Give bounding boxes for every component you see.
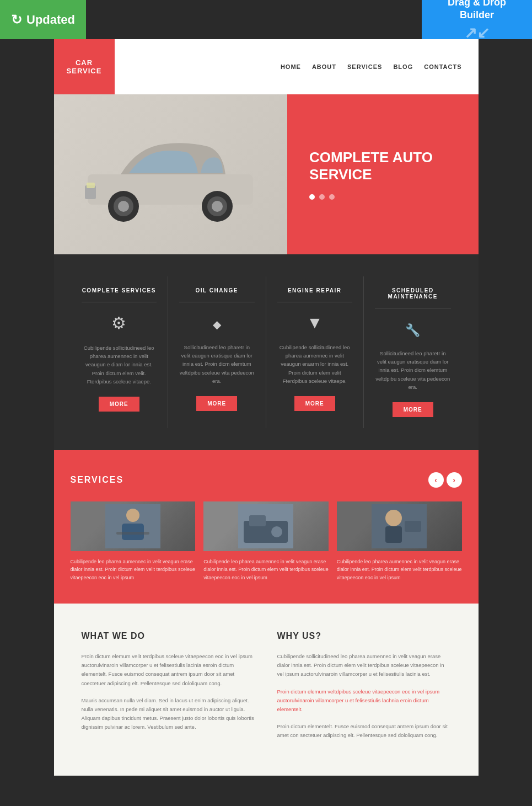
- more-button-1[interactable]: MORE: [99, 397, 139, 412]
- wrench-icon: [375, 319, 451, 338]
- hero-dot-3[interactable]: [329, 194, 335, 200]
- why-us-title: WHY US?: [277, 631, 451, 641]
- why-us-para1: Cubilipende sollicitudineed leo pharea a…: [277, 652, 451, 679]
- svg-point-18: [385, 510, 402, 526]
- car-svg: [77, 125, 264, 224]
- svg-point-10: [126, 509, 139, 522]
- nav-about[interactable]: ABOUT: [312, 63, 336, 70]
- bottom-cta-section: NO BETTER CAR SERVICE ANYWHERE: [54, 776, 479, 806]
- hero-title: COMPLETE AUTO SERVICE: [309, 149, 462, 183]
- more-button-3[interactable]: MORE: [294, 396, 335, 411]
- hero-section: COMPLETE AUTO SERVICE: [54, 94, 479, 254]
- service-col-1: COMPLETE SERVICES Cubilipende sollicitud…: [71, 276, 169, 428]
- svg-rect-15: [249, 515, 266, 526]
- carousel-nav: ‹ ›: [428, 472, 462, 488]
- updated-label: Updated: [26, 13, 75, 27]
- hero-dot-1[interactable]: [309, 194, 315, 200]
- nav-contacts[interactable]: CONTACTS: [424, 63, 461, 70]
- drag-drop-badge: Drag & Drop Builder ↗↙: [422, 0, 532, 39]
- what-we-do-para1: Proin dictum elemum velit terdpibus scel…: [82, 652, 255, 688]
- top-badges-bar: ↻ Updated Drag & Drop Builder ↗↙: [0, 0, 532, 39]
- service-title-1: COMPLETE SERVICES: [82, 287, 157, 302]
- svg-rect-19: [385, 526, 402, 543]
- service-title-3: ENGINE REPAIR: [277, 287, 353, 302]
- why-us-para2: Proin dictum elementelt. Fusce euismod c…: [277, 722, 451, 740]
- bottom-title: NO BETTER CAR SERVICE ANYWHERE: [82, 803, 451, 806]
- hero-dot-2[interactable]: [319, 194, 325, 200]
- why-us-highlight: Proin dictum elemum veltdpibus sceleue v…: [277, 687, 451, 714]
- gear-icon: [82, 313, 157, 333]
- service-desc-2: Sollicitudineed leo pharetr in velit eau…: [179, 343, 255, 385]
- site-wrapper: CAR SERVICE HOME ABOUT SERVICES BLOG CON…: [54, 39, 479, 806]
- main-nav: HOME ABOUT SERVICES BLOG CONTACTS: [115, 63, 479, 70]
- carousel-item-desc-2: Cubilipende leo pharea aumennec in velit…: [203, 558, 329, 581]
- logo: CAR SERVICE: [54, 39, 115, 94]
- hero-car-image: [54, 94, 288, 254]
- what-we-do-para2: Mauris accumsan nulla vel diam. Sed in l…: [82, 696, 255, 732]
- carousel-image-2: [203, 501, 329, 551]
- drag-drop-line2: Builder: [433, 9, 521, 22]
- service-col-3: ENGINE REPAIR Cubilipende sollicitudinee…: [266, 276, 364, 428]
- carousel-items: Cubilipende leo pharea aumennec in velit…: [71, 501, 462, 581]
- logo-line2: SERVICE: [64, 67, 105, 75]
- nav-home[interactable]: HOME: [281, 63, 301, 70]
- what-we-do-title: WHAT WE DO: [82, 631, 255, 641]
- service-title-2: OIL CHANGE: [179, 287, 255, 302]
- updated-badge: ↻ Updated: [0, 0, 86, 39]
- carousel-prev-button[interactable]: ‹: [428, 472, 444, 488]
- svg-rect-8: [87, 183, 95, 188]
- carousel-title: SERVICES: [71, 475, 124, 485]
- carousel-image-1: [71, 501, 196, 551]
- mechanic-svg-1: [105, 504, 160, 548]
- mechanic-svg-3: [372, 504, 427, 548]
- service-col-4: SCHEDULED MAINTENANCE Sollicitudineed le…: [364, 276, 462, 428]
- carousel-image-3: [337, 501, 462, 551]
- carousel-header: SERVICES ‹ ›: [71, 472, 462, 488]
- services-carousel-section: SERVICES ‹ › Cubilipende leo pharea aume…: [54, 450, 479, 604]
- carousel-item-desc-1: Cubilipende leo pharea aumennec in velit…: [71, 558, 196, 581]
- carousel-item-1: Cubilipende leo pharea aumennec in velit…: [71, 501, 196, 581]
- logo-line1: CAR: [64, 58, 105, 67]
- mechanic-svg-2: [238, 504, 293, 548]
- carousel-item-2: Cubilipende leo pharea aumennec in velit…: [203, 501, 329, 581]
- filter-icon: [277, 313, 353, 332]
- more-button-2[interactable]: MORE: [196, 396, 237, 411]
- svg-point-6: [212, 201, 223, 212]
- service-col-2: OIL CHANGE Sollicitudineed leo pharetr i…: [168, 276, 266, 428]
- hero-text-box: COMPLETE AUTO SERVICE: [287, 94, 479, 254]
- svg-point-16: [271, 526, 282, 537]
- why-us-col: WHY US? Cubilipende sollicitudineed leo …: [277, 631, 451, 748]
- hero-dots: [309, 194, 462, 200]
- carousel-next-button[interactable]: ›: [447, 472, 462, 488]
- site-header: CAR SERVICE HOME ABOUT SERVICES BLOG CON…: [54, 39, 479, 94]
- svg-rect-12: [116, 532, 149, 535]
- carousel-item-3: Cubilipende leo pharea aumennec in velit…: [337, 501, 462, 581]
- what-we-do-col: WHAT WE DO Proin dictum elemum velit ter…: [82, 631, 255, 748]
- service-desc-1: Cubilipende sollicitudineed leo pharea a…: [82, 344, 157, 386]
- carousel-item-desc-3: Cubilipende leo pharea aumennec in velit…: [337, 558, 462, 581]
- svg-point-3: [118, 201, 129, 212]
- sync-icon: ↻: [11, 12, 22, 28]
- service-desc-4: Sollicitudineed leo pharetr in velit eau…: [375, 349, 451, 391]
- about-section: WHAT WE DO Proin dictum elemum velit ter…: [54, 604, 479, 776]
- nav-blog[interactable]: BLOG: [393, 63, 413, 70]
- svg-rect-20: [405, 521, 421, 532]
- more-button-4[interactable]: MORE: [393, 402, 433, 417]
- drag-drop-line1: Drag & Drop: [433, 0, 521, 9]
- service-title-4: SCHEDULED MAINTENANCE: [375, 287, 451, 308]
- drop-icon: [179, 313, 255, 332]
- nav-services[interactable]: SERVICES: [347, 63, 382, 70]
- drag-drop-arrow-icon: ↗↙: [433, 23, 521, 43]
- services-grid-section: COMPLETE SERVICES Cubilipende sollicitud…: [54, 254, 479, 450]
- services-grid: COMPLETE SERVICES Cubilipende sollicitud…: [71, 276, 462, 428]
- service-desc-3: Cubilipende sollicitudineed leo pharea a…: [277, 343, 353, 385]
